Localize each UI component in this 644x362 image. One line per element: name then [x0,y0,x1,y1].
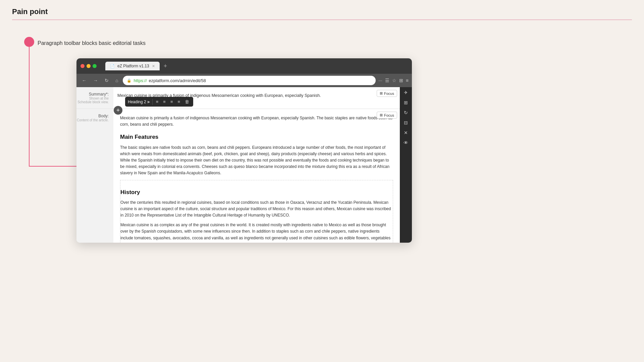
summary-sublabel: Shown at the Schedule block view. [76,97,109,104]
rich-text-editor[interactable]: Mexican cuisine is primarily a fusion of… [116,112,397,243]
grid-icon[interactable]: ⊞ [404,100,408,105]
refresh-sidebar-icon[interactable]: ↻ [404,110,408,115]
toolbar-chevron-icon: ▶ [148,100,150,104]
toolbar-align-left[interactable]: ≡ [155,99,160,105]
summary-focus-button[interactable]: ⊞ Focus [377,90,397,97]
history-paragraph2: Mexican cuisine is as complex as any of … [120,222,393,243]
toolbar-divider [152,99,153,105]
focus-grid-icon2: ⊞ [380,113,383,117]
traffic-lights [80,64,97,68]
close-sidebar-icon[interactable]: ✕ [404,130,408,135]
history-paragraph1: Over the centuries this resulted in regi… [120,199,393,219]
minimize-button[interactable] [87,64,91,68]
sidebar-toggle-button[interactable]: ⊞ [399,78,403,83]
close-button[interactable] [80,64,85,68]
url-domain: ezplatform.com/admin/edit/58 [149,78,206,83]
body-label: Body: Content of the article. [76,109,113,243]
nav-actions: ··· ☰ ☆ ⊞ ≡ [378,78,409,83]
send-icon[interactable]: ✈ [404,90,408,95]
add-block-button[interactable]: + [114,106,122,115]
forward-button[interactable]: → [91,77,100,84]
more-options-button[interactable]: ··· [378,78,382,83]
main-features-paragraph: The basic staples are native foods such … [120,144,393,177]
menu-button[interactable]: ≡ [406,78,409,83]
page-title: Pain point [12,7,48,16]
summary-label: Summary*: Shown at the Schedule block vi… [76,87,113,109]
lock-icon: 🔒 [127,78,131,83]
body-sublabel: Content of the article. [76,118,109,122]
active-tab[interactable]: 📄 eZ Platform v1.13 ✕ [105,62,160,70]
history-section: History Over the centuries this resulted… [120,180,393,243]
body-field-row: Body: Content of the article. ⊞ Focus Me… [76,109,400,243]
pain-point-dot [24,37,34,47]
pain-point-label: Paragraph toolbar blocks basic editorial… [38,40,146,46]
pain-point-line-vertical [29,47,30,166]
toolbar-heading-label: Heading 2 ▶ [128,100,150,104]
toolbar-align-right[interactable]: ≡ [169,99,174,105]
tab-bar: 📄 eZ Platform v1.13 ✕ + [105,61,170,71]
home-button[interactable]: ⌂ [113,77,120,84]
body-focus-button[interactable]: ⊞ Focus [377,112,397,119]
tab-close-icon[interactable]: ✕ [152,64,155,68]
browser-content: Summary*: Shown at the Schedule block vi… [76,87,412,243]
focus-grid-icon: ⊞ [380,91,383,96]
new-tab-button[interactable]: + [161,61,170,71]
eye-icon[interactable]: 👁 [404,140,408,145]
address-bar: ← → ↻ ⌂ 🔒 https:// ezplatform.com/admin/… [76,74,412,87]
browser-chrome: 📄 eZ Platform v1.13 ✕ + [76,58,412,74]
toolbar-align-justify[interactable]: ≡ [176,99,182,105]
browser-window: 📄 eZ Platform v1.13 ✕ + ← → ↻ ⌂ 🔒 https:… [76,58,412,243]
toolbar-align-center[interactable]: ≡ [162,99,167,105]
url-bar[interactable]: 🔒 https:// ezplatform.com/admin/edit/58 [123,76,376,85]
list-icon[interactable]: ⊟ [404,120,408,125]
toolbar-delete[interactable]: 🗑 [183,99,191,105]
right-sidebar: ✈ ⊞ ↻ ⊟ ✕ 👁 [400,87,412,243]
maximize-button[interactable] [93,64,97,68]
tab-title: eZ Platform v1.13 [117,64,149,68]
refresh-button[interactable]: ↻ [103,77,111,84]
https-text: https:// [133,78,147,83]
body-field-content[interactable]: ⊞ Focus Mexican cuisine is primarily a f… [113,109,400,243]
heading-history: History [120,188,393,197]
back-button[interactable]: ← [80,77,89,84]
intro-paragraph: Mexican cuisine is primarily a fusion of… [120,115,393,128]
title-divider [12,19,632,20]
heading-main-features: Main Features [120,132,393,141]
reading-list-button[interactable]: ☰ [385,78,389,83]
content-area[interactable]: Summary*: Shown at the Schedule block vi… [76,87,400,243]
bookmark-button[interactable]: ☆ [392,78,396,83]
paragraph-toolbar: Heading 2 ▶ ≡ ≡ ≡ ≡ 🗑 [125,97,193,107]
tab-page-icon: 📄 [110,64,115,68]
